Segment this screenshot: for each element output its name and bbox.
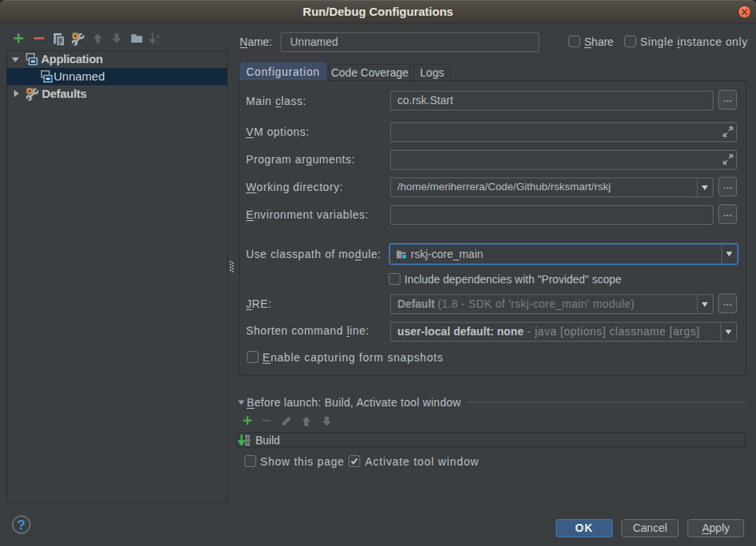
svg-text:01: 01 — [245, 442, 250, 447]
svg-text:?: ? — [17, 518, 25, 533]
svg-text:z: z — [156, 39, 159, 45]
